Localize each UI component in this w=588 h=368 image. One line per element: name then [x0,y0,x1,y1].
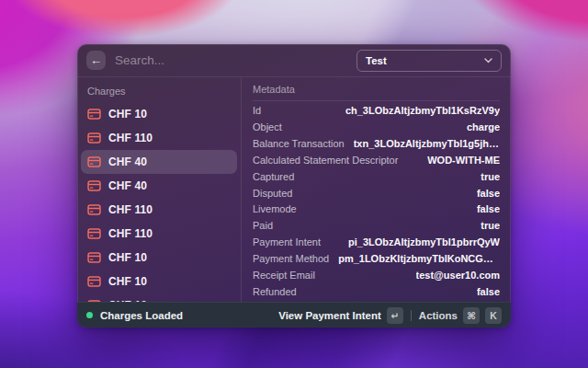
status-text: Charges Loaded [100,310,183,321]
list-item-charge[interactable]: CHF 10 [81,102,237,126]
search-input[interactable] [115,53,347,67]
charge-amount-label: CHF 10 [108,108,147,121]
metadata-row: Receipt Email test@user10.com [253,267,500,283]
metadata-row: Captured true [253,168,500,185]
metadata-section-title: Metadata [253,77,500,101]
list-item-charge[interactable]: CHF 10 [81,270,237,293]
metadata-value: false [477,188,500,199]
metadata-row: Calculated Statement Descriptor WOD-WITH… [253,152,500,168]
metadata-label: Refunded [253,286,297,297]
status-bar: Charges Loaded View Payment Intent ↵ Act… [77,302,511,328]
metadata-value: ch_3LObzAltjzbmyTbl1KsRzV9y [345,105,500,116]
charges-panel: Charges CHF 10 CHF 110 CHF 40 CHF 40 CHF… [77,77,241,302]
list-item-charge[interactable]: CHF 110 [81,198,237,222]
command-keycap-icon: ⌘ [463,307,480,324]
metadata-label: Id [253,105,261,116]
list-item-charge-selected[interactable]: CHF 40 [81,150,237,174]
metadata-row: Object charge [253,119,500,135]
metadata-value: true [481,171,500,182]
metadata-row: Refunded false [253,283,500,300]
charge-amount-label: CHF 40 [108,179,147,192]
metadata-row: Payment Method pm_1LObzKltjzbmyTblKoNCGM… [253,250,500,267]
footer-divider [411,310,412,321]
charge-amount-label: CHF 110 [108,227,153,240]
credit-card-icon [87,109,101,120]
list-item-charge[interactable]: CHF 110 [81,222,237,246]
list-item-charge[interactable]: CHF 40 [81,174,237,198]
credit-card-icon [87,252,101,263]
charge-amount-label: CHF 40 [108,155,147,168]
metadata-label: Payment Method [253,253,329,264]
app-window: ← Test Charges CHF 10 CHF 110 CHF 40 [77,44,511,328]
list-item-charge[interactable]: CHF 110 [81,126,237,150]
actions-label: Actions [419,310,458,321]
metadata-label: Calculated Statement Descriptor [253,155,398,166]
metadata-label: Receipt Email [253,270,315,281]
back-button[interactable]: ← [86,51,106,70]
credit-card-icon [87,276,101,287]
metadata-row: Paid true [253,217,500,234]
environment-dropdown[interactable]: Test [356,50,502,72]
charges-section-title: Charges [81,81,237,102]
charge-amount-label: CHF 10 [108,275,147,288]
chevron-down-icon [484,58,492,63]
actions-button[interactable]: Actions ⌘ K [419,307,502,324]
metadata-value: charge [467,121,500,132]
view-payment-intent-label: View Payment Intent [278,310,381,321]
content-area: Charges CHF 10 CHF 110 CHF 40 CHF 40 CHF… [77,77,511,302]
metadata-row: Disputed false [253,185,500,201]
metadata-label: Object [253,121,282,132]
enter-keycap-icon: ↵ [387,307,403,324]
metadata-value: test@user10.com [416,270,500,281]
status-dot-icon [86,312,93,318]
metadata-label: Balance Transaction [253,138,345,149]
metadata-label: Paid [253,220,273,231]
metadata-value: txn_3LObzAltjzbmyTbl1g5jhfCi [354,138,500,149]
charge-amount-label: CHF 110 [108,132,153,144]
charge-amount-label: CHF 110 [108,203,153,216]
metadata-value: true [481,220,500,231]
metadata-rows: Id ch_3LObzAltjzbmyTbl1KsRzV9y Object ch… [253,101,500,302]
back-arrow-icon: ← [90,54,102,66]
charge-amount-label: CHF 10 [108,251,147,264]
view-payment-intent-button[interactable]: View Payment Intent ↵ [278,307,403,324]
metadata-value: pm_1LObzKltjzbmyTblKoNCGMHL [338,253,500,264]
metadata-row: Payment Intent pi_3LObzAltjzbmyTbl1pbrrQ… [253,234,500,250]
metadata-value: false [477,203,500,214]
metadata-value: pi_3LObzAltjzbmyTbl1pbrrQyW [348,236,500,247]
k-keycap-icon: K [485,307,502,324]
metadata-value: WOD-WITH-ME [427,155,500,166]
metadata-label: Livemode [253,203,297,214]
metadata-value: false [477,286,500,297]
credit-card-icon [87,180,101,191]
list-item-charge[interactable]: CHF 10 [81,246,237,270]
credit-card-icon [87,156,101,167]
credit-card-icon [87,204,101,215]
metadata-row: Id ch_3LObzAltjzbmyTbl1KsRzV9y [253,102,500,119]
credit-card-icon [87,228,101,239]
top-bar: ← Test [77,44,511,77]
metadata-row: Balance Transaction txn_3LObzAltjzbmyTbl… [253,135,500,152]
dropdown-value: Test [366,55,387,66]
metadata-label: Captured [253,171,294,182]
credit-card-icon [87,132,101,144]
list-item-charge[interactable]: CHF 10 [81,293,237,302]
metadata-label: Disputed [253,188,292,199]
metadata-label: Payment Intent [253,236,321,247]
metadata-row: Livemode false [253,201,500,218]
metadata-panel: Metadata Id ch_3LObzAltjzbmyTbl1KsRzV9y … [242,77,511,302]
